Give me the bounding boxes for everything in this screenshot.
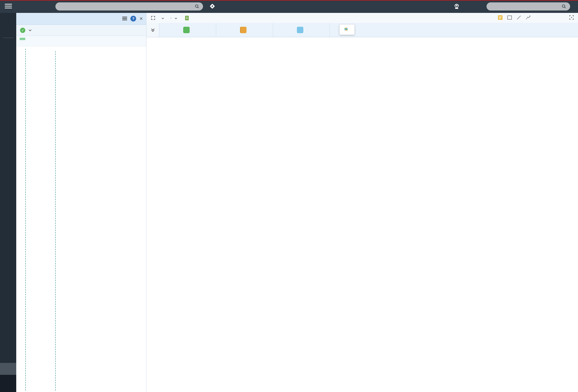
intent-icon bbox=[297, 27, 303, 33]
path-diamond-icon bbox=[209, 3, 215, 10]
topology-canvas[interactable] bbox=[146, 37, 578, 392]
guidebook-icon bbox=[344, 27, 348, 32]
chevron-down-icon bbox=[162, 17, 164, 19]
chevron-down-icon bbox=[29, 28, 31, 31]
map-area: › bbox=[146, 13, 578, 392]
guidebook-button[interactable] bbox=[339, 24, 355, 35]
top-bar bbox=[0, 0, 578, 13]
tab-runbook[interactable] bbox=[216, 23, 273, 37]
l3-dashed-line bbox=[25, 49, 26, 391]
map-view-tabs bbox=[146, 23, 578, 37]
map-toolbar: › bbox=[146, 13, 578, 23]
unicast-badge bbox=[20, 38, 25, 40]
path-result-panel: ? × ✓ bbox=[16, 13, 146, 392]
expand-map-icon[interactable] bbox=[151, 15, 155, 20]
summary-button[interactable] bbox=[185, 15, 191, 21]
chevron-down-icon bbox=[175, 17, 177, 19]
tab-data-view[interactable] bbox=[159, 23, 216, 37]
calc-timestamp[interactable] bbox=[27, 28, 31, 33]
breadcrumb-chevron-icon: › bbox=[170, 16, 172, 20]
close-icon[interactable]: × bbox=[140, 16, 143, 21]
support-icon[interactable] bbox=[453, 3, 460, 11]
hamburger-menu-icon[interactable] bbox=[5, 4, 12, 9]
draw-line-icon[interactable] bbox=[516, 15, 521, 21]
tab-intent[interactable] bbox=[273, 23, 330, 37]
netbrain-app: ? × ✓ › bbox=[0, 0, 578, 392]
map-name-dropdown[interactable] bbox=[160, 17, 164, 19]
sidebar-divider bbox=[3, 38, 13, 38]
success-check-icon: ✓ bbox=[20, 28, 25, 33]
panel-time-row: ✓ bbox=[16, 25, 146, 36]
help-icon[interactable]: ? bbox=[130, 16, 136, 21]
panel-menu-icon[interactable] bbox=[122, 17, 127, 21]
panel-header: ? × bbox=[16, 13, 146, 25]
data-view-icon bbox=[183, 27, 190, 33]
page-dropdown[interactable] bbox=[173, 17, 177, 19]
collapse-tabs-icon[interactable] bbox=[146, 23, 159, 37]
shape-rectangle-icon[interactable] bbox=[507, 15, 512, 21]
left-sidebar bbox=[0, 13, 16, 392]
taskbar-desktop-button[interactable] bbox=[0, 375, 16, 392]
path-dashed-line bbox=[55, 51, 56, 391]
fit-screen-icon[interactable] bbox=[569, 15, 574, 21]
runbook-icon bbox=[240, 27, 246, 33]
incident-search-input[interactable] bbox=[486, 2, 570, 10]
note-icon[interactable] bbox=[498, 15, 503, 21]
device-search-input[interactable] bbox=[55, 2, 203, 10]
taskbar-map-button[interactable] bbox=[0, 363, 16, 375]
panel-cast-row bbox=[16, 36, 146, 46]
draw-connector-icon[interactable] bbox=[526, 15, 531, 21]
